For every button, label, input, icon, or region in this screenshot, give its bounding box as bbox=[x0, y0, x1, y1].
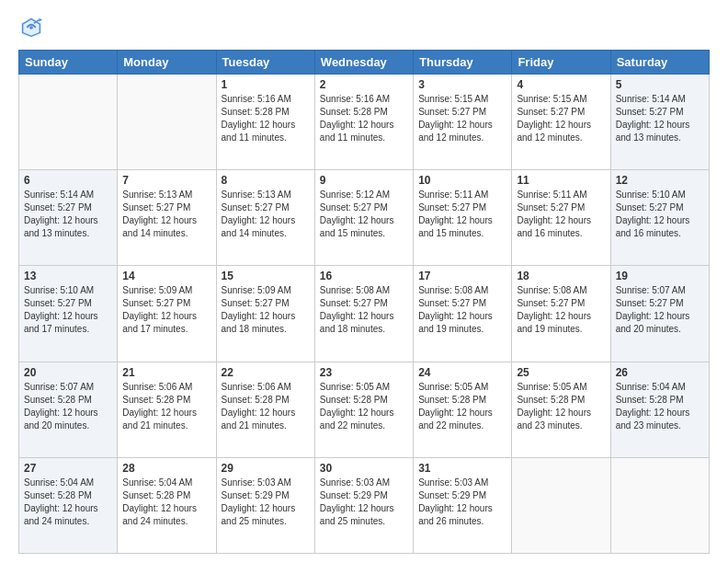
week-row-2: 6Sunrise: 5:14 AM Sunset: 5:27 PM Daylig… bbox=[19, 170, 710, 266]
day-number: 30 bbox=[320, 462, 408, 475]
calendar-cell bbox=[118, 75, 216, 170]
weekday-header-tuesday: Tuesday bbox=[216, 51, 314, 75]
page: SundayMondayTuesdayWednesdayThursdayFrid… bbox=[0, 0, 728, 563]
calendar-cell: 25Sunrise: 5:05 AM Sunset: 5:28 PM Dayli… bbox=[512, 362, 610, 457]
logo-icon bbox=[18, 15, 44, 40]
day-number: 17 bbox=[418, 270, 506, 282]
day-info: Sunrise: 5:13 AM Sunset: 5:27 PM Dayligh… bbox=[222, 189, 310, 240]
weekday-header-friday: Friday bbox=[512, 51, 610, 75]
calendar-cell: 1Sunrise: 5:16 AM Sunset: 5:28 PM Daylig… bbox=[216, 75, 314, 170]
day-number: 28 bbox=[122, 462, 210, 475]
day-info: Sunrise: 5:05 AM Sunset: 5:28 PM Dayligh… bbox=[517, 381, 605, 432]
header bbox=[18, 15, 710, 40]
calendar-cell: 8Sunrise: 5:13 AM Sunset: 5:27 PM Daylig… bbox=[216, 170, 314, 266]
day-number: 25 bbox=[517, 366, 605, 379]
calendar-cell: 9Sunrise: 5:12 AM Sunset: 5:27 PM Daylig… bbox=[314, 170, 413, 266]
day-info: Sunrise: 5:08 AM Sunset: 5:27 PM Dayligh… bbox=[517, 284, 605, 336]
day-number: 26 bbox=[616, 366, 704, 379]
day-info: Sunrise: 5:06 AM Sunset: 5:28 PM Dayligh… bbox=[222, 381, 310, 432]
weekday-header-saturday: Saturday bbox=[610, 51, 709, 75]
calendar-cell: 10Sunrise: 5:11 AM Sunset: 5:27 PM Dayli… bbox=[414, 170, 512, 266]
calendar-cell: 11Sunrise: 5:11 AM Sunset: 5:27 PM Dayli… bbox=[512, 170, 610, 266]
day-info: Sunrise: 5:10 AM Sunset: 5:27 PM Dayligh… bbox=[24, 284, 112, 336]
day-info: Sunrise: 5:11 AM Sunset: 5:27 PM Dayligh… bbox=[517, 189, 605, 240]
day-info: Sunrise: 5:13 AM Sunset: 5:27 PM Dayligh… bbox=[122, 189, 210, 240]
day-info: Sunrise: 5:05 AM Sunset: 5:28 PM Dayligh… bbox=[418, 381, 506, 432]
day-number: 7 bbox=[122, 174, 210, 187]
weekday-header-sunday: Sunday bbox=[19, 51, 118, 75]
day-info: Sunrise: 5:11 AM Sunset: 5:27 PM Dayligh… bbox=[418, 189, 506, 240]
day-info: Sunrise: 5:08 AM Sunset: 5:27 PM Dayligh… bbox=[418, 284, 506, 336]
weekday-header-wednesday: Wednesday bbox=[314, 51, 413, 75]
calendar-cell: 21Sunrise: 5:06 AM Sunset: 5:28 PM Dayli… bbox=[118, 362, 216, 457]
weekday-header-row: SundayMondayTuesdayWednesdayThursdayFrid… bbox=[19, 51, 710, 75]
week-row-4: 20Sunrise: 5:07 AM Sunset: 5:28 PM Dayli… bbox=[19, 362, 710, 457]
calendar-cell: 27Sunrise: 5:04 AM Sunset: 5:28 PM Dayli… bbox=[19, 457, 118, 553]
day-number: 16 bbox=[320, 270, 408, 282]
weekday-header-monday: Monday bbox=[118, 51, 216, 75]
day-info: Sunrise: 5:07 AM Sunset: 5:28 PM Dayligh… bbox=[24, 381, 112, 432]
calendar-cell: 20Sunrise: 5:07 AM Sunset: 5:28 PM Dayli… bbox=[19, 362, 118, 457]
calendar-cell bbox=[610, 457, 709, 553]
day-info: Sunrise: 5:04 AM Sunset: 5:28 PM Dayligh… bbox=[616, 381, 704, 432]
day-number: 10 bbox=[418, 174, 506, 187]
day-number: 2 bbox=[320, 78, 408, 91]
calendar-cell: 19Sunrise: 5:07 AM Sunset: 5:27 PM Dayli… bbox=[610, 266, 709, 362]
week-row-3: 13Sunrise: 5:10 AM Sunset: 5:27 PM Dayli… bbox=[19, 266, 710, 362]
calendar-cell: 24Sunrise: 5:05 AM Sunset: 5:28 PM Dayli… bbox=[414, 362, 512, 457]
svg-point-2 bbox=[29, 26, 33, 29]
calendar-cell: 31Sunrise: 5:03 AM Sunset: 5:29 PM Dayli… bbox=[414, 457, 512, 553]
calendar-cell: 18Sunrise: 5:08 AM Sunset: 5:27 PM Dayli… bbox=[512, 266, 610, 362]
calendar-cell bbox=[512, 457, 610, 553]
day-number: 5 bbox=[616, 78, 704, 91]
day-info: Sunrise: 5:03 AM Sunset: 5:29 PM Dayligh… bbox=[320, 477, 408, 528]
calendar-cell: 13Sunrise: 5:10 AM Sunset: 5:27 PM Dayli… bbox=[19, 266, 118, 362]
calendar-cell: 3Sunrise: 5:15 AM Sunset: 5:27 PM Daylig… bbox=[414, 75, 512, 170]
day-number: 14 bbox=[122, 270, 210, 282]
day-info: Sunrise: 5:09 AM Sunset: 5:27 PM Dayligh… bbox=[222, 284, 310, 336]
day-info: Sunrise: 5:14 AM Sunset: 5:27 PM Dayligh… bbox=[24, 189, 112, 240]
day-number: 19 bbox=[616, 270, 704, 282]
calendar-cell: 17Sunrise: 5:08 AM Sunset: 5:27 PM Dayli… bbox=[414, 266, 512, 362]
calendar-cell: 29Sunrise: 5:03 AM Sunset: 5:29 PM Dayli… bbox=[216, 457, 314, 553]
calendar-cell: 14Sunrise: 5:09 AM Sunset: 5:27 PM Dayli… bbox=[118, 266, 216, 362]
day-info: Sunrise: 5:14 AM Sunset: 5:27 PM Dayligh… bbox=[616, 93, 704, 144]
week-row-1: 1Sunrise: 5:16 AM Sunset: 5:28 PM Daylig… bbox=[19, 75, 710, 170]
day-number: 9 bbox=[320, 174, 408, 187]
day-number: 21 bbox=[122, 366, 210, 379]
day-number: 15 bbox=[222, 270, 310, 282]
svg-marker-3 bbox=[39, 18, 42, 22]
calendar-cell: 4Sunrise: 5:15 AM Sunset: 5:27 PM Daylig… bbox=[512, 75, 610, 170]
day-number: 13 bbox=[24, 270, 112, 282]
logo bbox=[18, 15, 48, 40]
day-info: Sunrise: 5:12 AM Sunset: 5:27 PM Dayligh… bbox=[320, 189, 408, 240]
day-number: 20 bbox=[24, 366, 112, 379]
week-row-5: 27Sunrise: 5:04 AM Sunset: 5:28 PM Dayli… bbox=[19, 457, 710, 553]
calendar-cell: 5Sunrise: 5:14 AM Sunset: 5:27 PM Daylig… bbox=[610, 75, 709, 170]
day-number: 1 bbox=[222, 78, 310, 91]
day-info: Sunrise: 5:04 AM Sunset: 5:28 PM Dayligh… bbox=[24, 477, 112, 528]
day-number: 24 bbox=[418, 366, 506, 379]
day-info: Sunrise: 5:08 AM Sunset: 5:27 PM Dayligh… bbox=[320, 284, 408, 336]
weekday-header-thursday: Thursday bbox=[414, 51, 512, 75]
day-number: 6 bbox=[24, 174, 112, 187]
day-number: 23 bbox=[320, 366, 408, 379]
day-number: 29 bbox=[222, 462, 310, 475]
calendar-cell: 22Sunrise: 5:06 AM Sunset: 5:28 PM Dayli… bbox=[216, 362, 314, 457]
day-number: 12 bbox=[616, 174, 704, 187]
day-info: Sunrise: 5:06 AM Sunset: 5:28 PM Dayligh… bbox=[122, 381, 210, 432]
calendar-cell: 15Sunrise: 5:09 AM Sunset: 5:27 PM Dayli… bbox=[216, 266, 314, 362]
calendar-cell: 23Sunrise: 5:05 AM Sunset: 5:28 PM Dayli… bbox=[314, 362, 413, 457]
day-info: Sunrise: 5:03 AM Sunset: 5:29 PM Dayligh… bbox=[418, 477, 506, 528]
calendar-cell: 2Sunrise: 5:16 AM Sunset: 5:28 PM Daylig… bbox=[314, 75, 413, 170]
day-info: Sunrise: 5:04 AM Sunset: 5:28 PM Dayligh… bbox=[122, 477, 210, 528]
day-number: 8 bbox=[222, 174, 310, 187]
calendar-cell: 16Sunrise: 5:08 AM Sunset: 5:27 PM Dayli… bbox=[314, 266, 413, 362]
day-number: 27 bbox=[24, 462, 112, 475]
calendar-cell: 26Sunrise: 5:04 AM Sunset: 5:28 PM Dayli… bbox=[610, 362, 709, 457]
day-info: Sunrise: 5:05 AM Sunset: 5:28 PM Dayligh… bbox=[320, 381, 408, 432]
calendar-cell: 12Sunrise: 5:10 AM Sunset: 5:27 PM Dayli… bbox=[610, 170, 709, 266]
day-number: 3 bbox=[418, 78, 506, 91]
calendar-cell: 6Sunrise: 5:14 AM Sunset: 5:27 PM Daylig… bbox=[19, 170, 118, 266]
calendar-cell bbox=[19, 75, 118, 170]
